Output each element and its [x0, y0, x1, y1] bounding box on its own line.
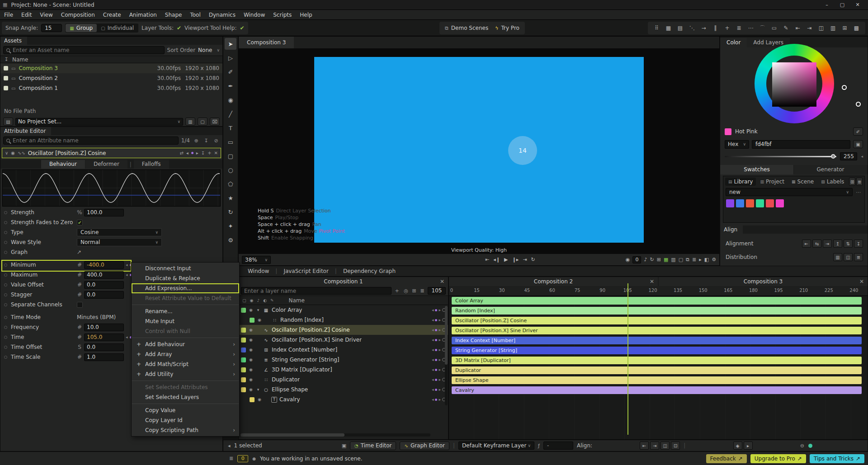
swatch-0[interactable]: [726, 199, 734, 207]
visibility-icon[interactable]: ◉: [248, 348, 254, 352]
filter-icon[interactable]: ◎: [402, 288, 410, 294]
tab-behaviour[interactable]: Behaviour: [41, 160, 85, 169]
menu-window[interactable]: Window: [240, 10, 269, 20]
tab-deformer[interactable]: Deformer: [85, 160, 127, 169]
audio-icon[interactable]: ♪: [644, 257, 647, 263]
decrement-arrow-icon[interactable]: ◂: [126, 272, 128, 277]
assets-panel-title[interactable]: Assets: [0, 37, 27, 45]
align-right-icon[interactable]: ⇥: [823, 240, 832, 248]
saturation-selector-dot[interactable]: [842, 85, 847, 90]
swap-icon[interactable]: ⇄: [179, 150, 183, 155]
layer-color-chip[interactable]: [241, 308, 246, 313]
keyframe-dot[interactable]: [4, 283, 7, 287]
attr-input-stagger[interactable]: 0.0: [84, 291, 124, 299]
mask-icon[interactable]: ◧: [704, 257, 709, 263]
swatch-5[interactable]: [776, 199, 784, 207]
overlay-icon[interactable]: ⧉: [686, 257, 689, 263]
ellipse-tool[interactable]: ○: [225, 164, 236, 176]
tab-dependency-graph[interactable]: Dependency Graph: [337, 266, 402, 277]
close-node-icon[interactable]: ✕: [214, 150, 218, 155]
timeline-bar-string-generator-string[interactable]: String Generator [String]: [452, 347, 862, 354]
expander-icon[interactable]: ▾: [256, 308, 260, 312]
source-project[interactable]: ▥Project: [757, 178, 788, 186]
scrollbar-thumb[interactable]: [445, 306, 448, 365]
asset-row-composition-3[interactable]: ▭Composition 330.00fps1920 x 1080: [0, 63, 222, 73]
play-small-icon[interactable]: ▸: [744, 442, 753, 450]
tab-window[interactable]: Window: [241, 266, 275, 277]
prev-connection-icon[interactable]: ◂: [432, 338, 434, 342]
attr-input-time-scale[interactable]: 1.0: [84, 353, 124, 361]
menu-help[interactable]: Help: [296, 10, 316, 20]
layer-color-chip[interactable]: [241, 348, 246, 352]
visibility-icon[interactable]: ◉: [248, 387, 254, 392]
timeline-bar-oscillator-position-z-cosine[interactable]: Oscillator [Position.Z] Cosine: [452, 317, 862, 324]
grid-view-icon[interactable]: ⊞: [849, 178, 855, 186]
attr-input-minimum[interactable]: -400.0: [84, 261, 124, 269]
asset-search-input[interactable]: Enter an Asset name: [3, 46, 165, 54]
next-connection-icon[interactable]: ▸: [439, 357, 441, 362]
swatch-1[interactable]: [736, 199, 744, 207]
alpha-collapse-icon[interactable]: ◂: [861, 154, 863, 159]
align-left-icon[interactable]: ⇤: [640, 442, 649, 450]
open-folder-icon[interactable]: ▥: [185, 117, 195, 126]
group-mode-button[interactable]: ▦Group: [66, 24, 97, 32]
grid-dots-icon[interactable]: ⠿: [651, 23, 662, 33]
list-options-icon[interactable]: ≣: [419, 288, 426, 294]
monitor-icon[interactable]: ▢: [679, 257, 683, 263]
layer-color-chip[interactable]: [241, 357, 246, 362]
keyframe-layer-dropdown[interactable]: Default Keyframe Layer ∨: [458, 442, 534, 450]
waveform-preview[interactable]: [2, 169, 221, 207]
next-frame-button[interactable]: ❙▸: [512, 257, 519, 263]
playhead[interactable]: [627, 283, 628, 435]
decrement-arrow-icon[interactable]: ◂: [126, 263, 128, 267]
alpha-slider-handle[interactable]: [831, 154, 835, 159]
prev-connection-icon[interactable]: ◂: [432, 377, 434, 382]
timeline-bar-3d-matrix-duplicator[interactable]: 3D Matrix [Duplicator]: [452, 357, 862, 364]
attr-input-time[interactable]: 105.0: [84, 333, 124, 341]
pin-attribute-icon[interactable]: ↧: [203, 138, 210, 144]
align-panel-title[interactable]: Align: [720, 225, 743, 234]
menu-item-set-selected-layers[interactable]: Set Selected Layers: [132, 392, 239, 402]
keyframe-dot[interactable]: [4, 326, 7, 329]
menu-item-add-math-script[interactable]: +Add Math/Script›: [132, 359, 239, 369]
attr-dropdown-type[interactable]: Cosine∨: [77, 228, 162, 236]
pen-tool[interactable]: ✒: [225, 80, 236, 92]
project-set-dropdown[interactable]: No Project Set... ∨: [15, 118, 183, 126]
keyframe-dot[interactable]: [4, 303, 7, 306]
table-icon[interactable]: ▥: [828, 23, 838, 33]
tool-settings[interactable]: ⚙: [225, 234, 236, 246]
pattern-icon[interactable]: ▩: [851, 23, 862, 33]
next-connection-icon[interactable]: ▸: [439, 338, 441, 342]
menu-item-add-array[interactable]: +Add Array›: [132, 349, 239, 359]
attr-checkbox-separate-channels[interactable]: [77, 302, 83, 308]
composition-background-shape[interactable]: [314, 57, 644, 243]
menu-edit[interactable]: Edit: [17, 10, 36, 20]
distribute-v-icon[interactable]: ◫: [844, 253, 853, 261]
layer-color-chip[interactable]: [241, 387, 246, 392]
menu-item-add-expression[interactable]: Add Expression...: [132, 283, 239, 293]
color-wheel[interactable]: [755, 44, 834, 123]
rotate-tool[interactable]: ↻: [225, 206, 236, 218]
menu-animation[interactable]: Animation: [125, 10, 161, 20]
menu-item-copy-scripting-path[interactable]: Copy Scripting Path›: [132, 425, 239, 435]
artboard-tool[interactable]: ▭: [225, 136, 236, 148]
tips-and-tricks-button[interactable]: Tips and Tricks↗: [810, 454, 864, 463]
curve-icon[interactable]: ⌒: [757, 23, 768, 33]
menu-item-copy-value[interactable]: Copy Value: [132, 405, 239, 415]
hex-value-input[interactable]: fd4fbf: [752, 140, 850, 149]
vertical-scrollbar[interactable]: [445, 306, 448, 405]
visibility-icon[interactable]: ◉: [248, 328, 254, 332]
visibility-icon[interactable]: ◉: [248, 338, 254, 342]
layer-color-chip[interactable]: [241, 328, 246, 333]
hex-mode-dropdown[interactable]: Hex ∨: [725, 140, 749, 149]
attr-input-maximum[interactable]: 400.0: [84, 271, 124, 279]
menu-composition[interactable]: Composition: [57, 10, 99, 20]
asset-row-composition-1[interactable]: ▭Composition 130.00fps1920 x 1080: [0, 83, 222, 93]
align-grid-icon[interactable]: ⊡: [671, 442, 680, 450]
swatch-3[interactable]: [756, 199, 764, 207]
timeline-bar-color-array[interactable]: Color Array: [452, 297, 862, 305]
timeline-bar-random-index[interactable]: Random [Index]: [452, 307, 862, 315]
split-icon[interactable]: ‖: [710, 23, 721, 33]
close-tab-icon[interactable]: ✕: [650, 277, 654, 286]
camera-count[interactable]: 0: [632, 256, 641, 263]
